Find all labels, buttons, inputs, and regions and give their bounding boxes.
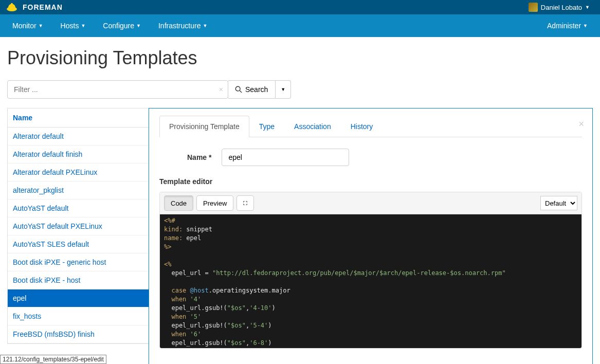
list-header[interactable]: Name [8, 108, 149, 128]
tab-provisioning-template[interactable]: Provisioning Template [159, 116, 249, 137]
list-item[interactable]: Alterator default PXELinux [8, 163, 149, 181]
template-list: Name Alterator defaultAlterator default … [7, 108, 149, 344]
filter-input[interactable] [7, 80, 228, 99]
nav-hosts[interactable]: Hosts▼ [61, 22, 86, 30]
svg-line-3 [240, 90, 242, 93]
list-item[interactable]: alterator_pkglist [8, 181, 149, 199]
list-item[interactable]: Boot disk iPXE - generic host [8, 253, 149, 271]
code-editor[interactable]: <%# kind: snippet name: epel %> <% epel_… [160, 214, 581, 348]
expand-icon [243, 200, 247, 206]
foreman-logo-icon [6, 3, 17, 12]
nav-left: Monitor▼ Hosts▼ Configure▼ Infrastructur… [12, 22, 207, 30]
list-item[interactable]: Boot disk iPXE - host [8, 271, 149, 289]
nav-monitor[interactable]: Monitor▼ [12, 22, 43, 30]
chevron-down-icon: ▼ [585, 5, 590, 10]
content-row: Name Alterator defaultAlterator default … [7, 108, 593, 364]
tabs: Provisioning TemplateTypeAssociationHist… [159, 116, 582, 137]
page-title: Provisioning Templates [7, 47, 593, 69]
status-bar: 121.12/config_templates/35-epel/edit [0, 355, 106, 364]
search-button[interactable]: Search [227, 80, 276, 99]
brand-area[interactable]: FOREMAN [6, 3, 63, 12]
list-item[interactable]: AutoYaST default PXELinux [8, 217, 149, 235]
nav-right: Administer▼ [547, 22, 588, 30]
code-button[interactable]: Code [164, 195, 193, 211]
editor-toolbar: Code Preview Default [160, 192, 581, 214]
clear-icon[interactable]: × [219, 85, 223, 94]
nav-administer[interactable]: Administer▼ [547, 22, 588, 30]
name-row: Name * [187, 149, 582, 166]
list-item[interactable]: Alterator default [8, 128, 149, 145]
avatar [529, 3, 538, 12]
editor-panel: × Provisioning TemplateTypeAssociationHi… [149, 108, 593, 364]
tab-association[interactable]: Association [284, 116, 341, 137]
user-menu[interactable]: Daniel Lobato ▼ [529, 3, 590, 12]
nav-infrastructure[interactable]: Infrastructure▼ [158, 22, 207, 30]
topbar: FOREMAN Daniel Lobato ▼ [0, 0, 600, 14]
list-item[interactable]: Alterator default finish [8, 145, 149, 163]
syntax-select[interactable]: Default [540, 196, 577, 210]
chevron-down-icon: ▼ [583, 23, 588, 28]
user-name: Daniel Lobato [541, 4, 582, 11]
search-bar: × Search ▼ [7, 80, 593, 99]
fullscreen-button[interactable] [237, 195, 254, 211]
name-input[interactable] [222, 149, 349, 166]
preview-button[interactable]: Preview [196, 195, 233, 211]
chevron-down-icon: ▼ [281, 87, 285, 92]
close-icon[interactable]: × [578, 119, 584, 130]
search-icon [235, 86, 242, 93]
navbar: Monitor▼ Hosts▼ Configure▼ Infrastructur… [0, 14, 600, 37]
page-body: Provisioning Templates × Search ▼ Name A… [0, 37, 600, 364]
list-item[interactable]: FreeBSD (mfsBSD) finish [8, 325, 149, 343]
editor-box: Code Preview Default <%# kind: snippet n… [159, 192, 582, 349]
nav-configure[interactable]: Configure▼ [103, 22, 141, 30]
search-dropdown-button[interactable]: ▼ [276, 80, 291, 99]
list-item[interactable]: epel [8, 289, 149, 307]
svg-rect-1 [11, 3, 13, 5]
chevron-down-icon: ▼ [136, 23, 141, 28]
chevron-down-icon: ▼ [81, 23, 85, 28]
list-item[interactable]: AutoYaST SLES default [8, 235, 149, 253]
list-item[interactable]: fix_hosts [8, 307, 149, 325]
brand-text: FOREMAN [23, 3, 63, 11]
chevron-down-icon: ▼ [203, 23, 207, 28]
tab-history[interactable]: History [341, 116, 383, 137]
list-item[interactable]: AutoYaST default [8, 199, 149, 217]
chevron-down-icon: ▼ [39, 23, 43, 28]
tab-type[interactable]: Type [249, 116, 284, 137]
name-label: Name * [187, 153, 211, 161]
svg-point-2 [235, 86, 240, 91]
editor-section-title: Template editor [159, 177, 582, 186]
